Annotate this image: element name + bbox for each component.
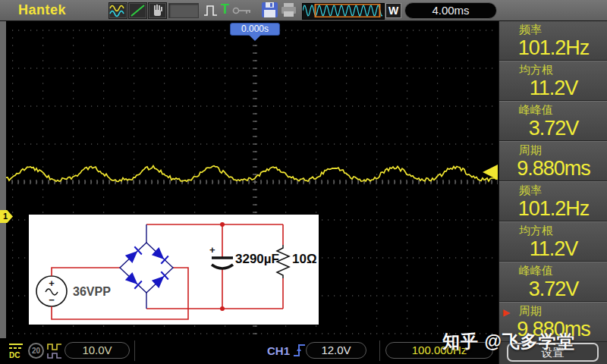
trigger-level-readout[interactable]: 12.0V [306,342,366,359]
measurement-row[interactable]: 频率 101.2Hz [499,181,607,221]
measurement-label: 周期 [499,303,607,318]
measurement-value: 11.2V [499,77,607,100]
statusbar-divider [379,340,380,361]
measurement-row[interactable]: 峰峰值 3.72V [499,262,607,302]
ch1-trace [6,166,498,182]
measurement-value: 11.2V [499,237,607,261]
measurement-label: 峰峰值 [499,262,607,278]
timebase-readout[interactable]: 4.00ms [404,2,497,19]
junction-dot [220,222,225,227]
measurement-label: 频率 [499,182,607,197]
active-measure-arrow-icon: ▶ [503,307,510,318]
measurement-label: 峰峰值 [499,102,607,117]
source-voltage-label: 36VPP [73,285,111,298]
hand-drag-icon[interactable] [148,2,167,19]
print-icon[interactable] [281,2,297,18]
status-bar: DC 20 10.0V CH1 12.0V 100.000Hz [0,338,498,364]
measurement-value: 3.72V [499,117,607,140]
probe-comp-icon[interactable] [47,343,63,359]
trigger-t-icon[interactable]: T [221,2,229,17]
circuit-schematic: + − 36VPP [29,215,319,325]
channel-waves-glyph [109,3,127,18]
source-minus-sign: − [49,294,55,306]
statusbar-divider [134,340,135,361]
measurement-value: 9.880ms [499,157,607,180]
dc-coupling-icon[interactable]: DC [8,342,25,360]
oscilloscope-screen: Hantek T [0,0,607,364]
brand-logo: Hantek [18,2,66,18]
rising-edge-icon[interactable] [292,342,307,359]
red-wires [52,224,283,319]
measurement-value: 3.72V [499,278,607,301]
preview-sine-icon [303,4,382,17]
bridge-wires [120,224,173,309]
measurement-list: 频率 101.2Hz 均方根 11.2V 峰峰值 3.72V 周期 9.880m… [499,20,607,342]
capacitor-value-label: 3290µF [235,252,279,266]
diagonal-line-glyph [129,3,146,18]
capacitor-plate-curved [212,265,233,268]
measurement-label: 频率 [499,21,607,36]
measurement-row[interactable]: 频率 101.2Hz [499,20,607,61]
trigger-level-arrow-icon[interactable] [483,165,498,180]
bridge-diodes [125,246,168,289]
measurement-label: 周期 [499,142,607,157]
measurement-label: 均方根 [499,61,607,77]
measurement-value: 101.2Hz [499,197,607,221]
measurement-row[interactable]: 均方根 11.2V [499,61,607,101]
pulse-trigger-icon[interactable] [203,3,219,18]
toolbar: Hantek T [0,0,607,21]
volts-per-div-readout[interactable]: 10.0V [64,342,130,359]
channel-waves-icon[interactable] [109,2,127,19]
cursor-line-icon[interactable] [128,2,147,19]
measurement-label: 均方根 [499,222,607,237]
toolbar-empty-field [168,3,199,18]
measure-panel: 测量 ✕ 频率 101.2Hz 均方根 11.2V 峰峰值 3.72V 周期 9… [498,0,607,364]
left-gutter [0,21,6,338]
source-plus-sign: + [49,278,55,289]
dc-coupling-text: DC [9,351,20,359]
measurement-row[interactable]: 均方根 11.2V [499,221,607,262]
measurement-value: 101.2Hz [499,36,607,60]
measurement-row[interactable]: 峰峰值 3.72V [499,101,607,141]
resistor-value-label: 10Ω [292,252,317,266]
save-floppy-icon[interactable] [262,2,278,18]
bandwidth-limit-icon[interactable]: 20 [28,343,44,359]
watermark-text: 知乎 @飞多学堂 [442,330,575,353]
hand-glyph [149,3,166,18]
key-lock-icon[interactable] [232,5,253,16]
junction-dot [220,306,225,311]
horizontal-position-tag[interactable]: 0.000s [230,23,280,36]
window-zoom-button[interactable]: W [385,3,401,18]
trigger-position-arrow-icon[interactable] [249,35,261,41]
circuit-diagram-inset: + − 36VPP [29,215,319,325]
waveform-preview-strip[interactable] [302,3,385,20]
trigger-source-label[interactable]: CH1 [267,344,290,357]
capacitor-plus-sign: + [209,244,215,256]
measurement-row[interactable]: 周期 9.880ms [499,141,607,181]
